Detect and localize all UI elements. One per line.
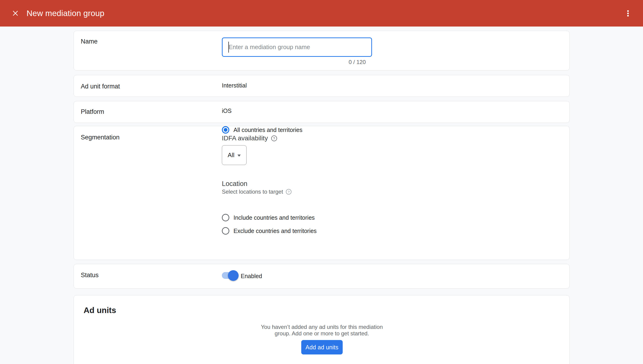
status-value: Enabled [241, 272, 262, 280]
radio-option-exclude-countries[interactable]: Exclude countries and territories [222, 227, 316, 234]
page-title: New mediation group [26, 0, 104, 26]
idfa-availability-dropdown[interactable]: All [222, 145, 246, 165]
ad-units-heading: Ad units [84, 306, 116, 315]
ad-units-empty-state: You haven’t added any ad units for this … [74, 324, 570, 337]
close-icon [12, 10, 19, 17]
radio-icon [222, 227, 229, 234]
radio-option-all-countries[interactable]: All countries and territories [222, 126, 302, 134]
location-help-icon[interactable]: ? [286, 189, 292, 194]
name-input[interactable] [222, 38, 372, 57]
radio-icon [222, 214, 229, 221]
app-bar: New mediation group [0, 0, 643, 26]
platform-value: iOS [222, 107, 232, 114]
location-subtitle: Select locations to target [222, 188, 283, 195]
name-card: Name 0 / 120 [74, 31, 570, 70]
segmentation-card: Segmentation IDFA availability ? All Loc… [74, 126, 570, 260]
status-card: Status Enabled [74, 264, 570, 288]
status-toggle[interactable] [222, 272, 238, 279]
ad-unit-format-label: Ad unit format [81, 83, 120, 90]
location-heading: Location [222, 180, 248, 188]
radio-icon [222, 126, 229, 134]
overflow-menu-button[interactable] [622, 7, 634, 20]
empty-state-line-2: group. Add one or more to get started. [74, 330, 570, 337]
kebab-menu-icon [627, 10, 629, 16]
ad-units-card: Ad units You haven’t added any ad units … [74, 295, 570, 364]
toggle-knob [228, 270, 238, 281]
name-label: Name [81, 38, 98, 45]
empty-state-line-1: You haven’t added any ad units for this … [74, 324, 570, 330]
idfa-availability-heading: IDFA availability [222, 134, 268, 142]
ad-unit-format-card: Ad unit format Interstitial [74, 75, 570, 97]
close-button[interactable] [9, 7, 22, 20]
status-label: Status [81, 272, 99, 278]
add-ad-units-button[interactable]: Add ad units [301, 340, 343, 354]
segmentation-label: Segmentation [81, 134, 120, 141]
char-counter: 0 / 120 [222, 59, 366, 66]
radio-option-include-countries[interactable]: Include countries and territories [222, 214, 315, 221]
idfa-help-icon[interactable]: ? [271, 136, 277, 141]
platform-label: Platform [81, 108, 104, 115]
platform-card: Platform iOS [74, 101, 570, 123]
idfa-dropdown-value: All [228, 152, 234, 159]
text-caret [228, 42, 229, 52]
chevron-down-icon [238, 154, 241, 157]
ad-unit-format-value: Interstitial [222, 82, 247, 89]
